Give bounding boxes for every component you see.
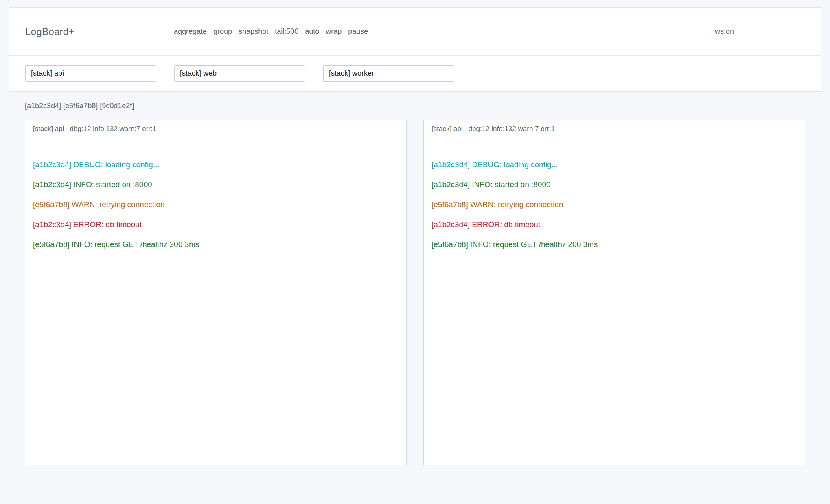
log-line: [a1b2c3d4] ERROR: db timeout [33,214,399,234]
log-panels: [stack] api dbg:12 info:132 warn:7 err:1… [9,120,821,465]
menu-item-tail[interactable]: tail:500 [275,27,298,36]
menu-item-group[interactable]: group [213,27,232,36]
menu-item-snapshot[interactable]: snapshot [239,27,268,36]
log-line: [e5f6a7b8] INFO: request GET /healthz 20… [431,234,797,254]
log-panel-title: [stack] api [33,125,64,133]
header-card: LogBoard+ aggregate group snapshot tail:… [9,7,821,92]
log-panel: [stack] api dbg:12 info:132 warn:7 err:1… [25,120,407,465]
filter-input-worker[interactable] [323,65,454,82]
trace-ids-line: [a1b2c3d4] [e5f6a7b8] [9c0d1e2f] [25,102,821,110]
log-line: [e5f6a7b8] WARN: retrying connection [33,194,399,214]
log-panel: [stack] api dbg:12 info:132 warn:7 err:1… [423,120,805,465]
log-panel-title: [stack] api [431,125,463,133]
app-title: LogBoard+ [25,26,174,37]
log-line: [e5f6a7b8] INFO: request GET /healthz 20… [33,234,399,254]
filter-input-api[interactable] [25,65,156,82]
log-line: [a1b2c3d4] DEBUG: loading config... [431,155,797,175]
menu-item-pause[interactable]: pause [348,27,368,36]
log-scroll-area[interactable]: [a1b2c3d4] DEBUG: loading config... [a1b… [424,138,805,465]
log-panel-counts: dbg:12 info:132 warn:7 err:1 [469,125,555,133]
toolbar-menu: aggregate group snapshot tail:500 auto w… [174,27,715,36]
log-line: [a1b2c3d4] DEBUG: loading config... [33,155,399,175]
filter-row [9,55,821,91]
menu-item-wrap[interactable]: wrap [326,27,342,36]
page: LogBoard+ aggregate group snapshot tail:… [0,0,830,465]
log-panel-counts: dbg:12 info:132 warn:7 err:1 [70,125,157,133]
log-line: [a1b2c3d4] ERROR: db timeout [431,214,797,234]
filter-input-web[interactable] [174,65,305,82]
log-panel-header: [stack] api dbg:12 info:132 warn:7 err:1 [424,120,805,138]
log-panel-header: [stack] api dbg:12 info:132 warn:7 err:1 [25,120,406,138]
menu-item-aggregate[interactable]: aggregate [174,27,207,36]
log-line: [a1b2c3d4] INFO: started on :8000 [431,175,797,194]
ws-status: ws:on [715,27,734,36]
log-scroll-area[interactable]: [a1b2c3d4] DEBUG: loading config... [a1b… [25,138,406,465]
header-row: LogBoard+ aggregate group snapshot tail:… [9,8,821,55]
log-line: [a1b2c3d4] INFO: started on :8000 [33,175,399,194]
menu-item-auto[interactable]: auto [305,27,319,36]
log-line: [e5f6a7b8] WARN: retrying connection [431,194,797,214]
